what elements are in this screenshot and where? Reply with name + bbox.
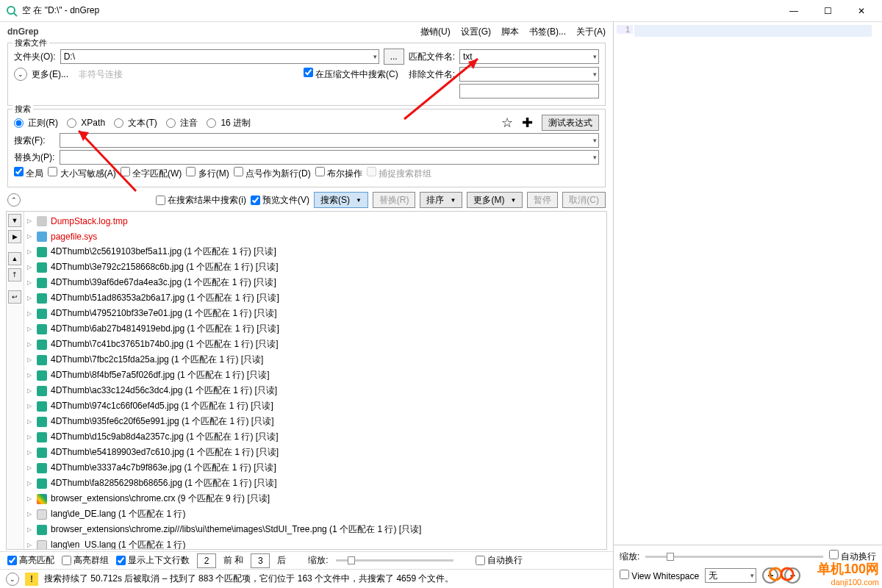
search-in-zip-checkbox[interactable]: 在压缩文件中搜索(C) bbox=[304, 68, 398, 81]
result-row[interactable]: ▷4DThumb\6ab27b4814919ebd.jpg (1 个匹配在 1 … bbox=[27, 321, 603, 337]
status-expand[interactable]: ⌄ bbox=[6, 573, 19, 586]
result-row[interactable]: ▷4DThumb\ac33c124d56c3dc4.jpg (1 个匹配在 1 … bbox=[27, 383, 603, 398]
expand-icon[interactable]: ▷ bbox=[27, 372, 33, 379]
cb-multiline[interactable]: 多行(M) bbox=[186, 167, 229, 180]
result-row[interactable]: ▷DumpStack.log.tmp bbox=[27, 213, 603, 229]
cb-preview-file[interactable]: 预览文件(V) bbox=[251, 194, 309, 207]
result-row[interactable]: ▷4DThumb\935fe6c20f65e991.jpg (1 个匹配在 1 … bbox=[27, 414, 603, 429]
zoom-slider-left[interactable] bbox=[336, 559, 453, 562]
browse-button[interactable]: ... bbox=[384, 49, 404, 65]
menu-bookmarks[interactable]: 书签(B)... bbox=[529, 26, 566, 38]
expand-icon[interactable]: ▷ bbox=[27, 264, 33, 270]
cb-search-in-results[interactable]: 在搜索结果中搜索(i) bbox=[156, 194, 246, 207]
expand-icon[interactable]: ▷ bbox=[27, 387, 33, 394]
radio-regex[interactable]: 正则(R) bbox=[14, 117, 58, 129]
extra-filter-input[interactable] bbox=[459, 84, 599, 98]
expand-icon[interactable]: ▷ bbox=[27, 449, 33, 456]
more-label[interactable]: 更多(E)... bbox=[32, 68, 68, 81]
match-files-combo[interactable]: txt▾ bbox=[459, 49, 599, 64]
maximize-button[interactable]: ☐ bbox=[817, 6, 838, 16]
result-row[interactable]: ▷4DThumb\51ad86353a2b6a17.jpg (1 个匹配在 1 … bbox=[27, 290, 603, 306]
expand-icon[interactable]: ▷ bbox=[27, 495, 33, 502]
replace-button[interactable]: 替换(R) bbox=[373, 192, 416, 208]
expand-icon[interactable]: ▷ bbox=[27, 526, 33, 533]
result-row[interactable]: ▷4DThumb\39af6de67da4ea3c.jpg (1 个匹配在 1 … bbox=[27, 275, 603, 290]
expand-icon[interactable]: ▷ bbox=[27, 248, 33, 255]
expand-icon[interactable]: ▷ bbox=[27, 356, 33, 363]
cancel-button[interactable]: 取消(C) bbox=[562, 192, 606, 208]
syntax-combo[interactable]: 无▾ bbox=[705, 568, 756, 583]
expand-icon[interactable]: ▷ bbox=[27, 480, 33, 487]
radio-hex[interactable]: 16 进制 bbox=[207, 117, 251, 129]
expand-icon[interactable]: ▷ bbox=[27, 403, 33, 409]
test-expression-button[interactable]: 测试表达式 bbox=[542, 115, 599, 131]
radio-xpath[interactable]: XPath bbox=[67, 118, 105, 128]
result-row[interactable]: ▷4DThumb\e54189903ed7c610.jpg (1 个匹配在 1 … bbox=[27, 445, 603, 460]
expand-icon[interactable]: ▷ bbox=[27, 418, 33, 425]
tool-right[interactable]: ▶ bbox=[8, 230, 21, 243]
result-row[interactable]: ▷4DThumb\3e792c2158668c6b.jpg (1 个匹配在 1 … bbox=[27, 259, 603, 275]
expand-icon[interactable]: ▷ bbox=[27, 511, 33, 517]
expand-icon[interactable]: ▷ bbox=[27, 279, 33, 286]
result-row[interactable]: ▷browser_extensions\chrome.zip///libs\ui… bbox=[27, 522, 603, 537]
cb-whole[interactable]: 全字匹配(W) bbox=[121, 167, 182, 180]
pause-button[interactable]: 暂停 bbox=[527, 192, 558, 208]
folder-combo[interactable]: D:\▾ bbox=[60, 49, 379, 64]
result-row[interactable]: ▷4DThumb\e3337a4c7b9f863e.jpg (1 个匹配在 1 … bbox=[27, 460, 603, 476]
radio-phonetic[interactable]: 注音 bbox=[166, 117, 198, 129]
result-row[interactable]: ▷4DThumb\7fbc2c15fda25a.jpg (1 个匹配在 1 行)… bbox=[27, 352, 603, 368]
expand-icon[interactable]: ▷ bbox=[27, 326, 33, 332]
results-list[interactable]: ▷DumpStack.log.tmp ▷pagefile.sys ▷4DThum… bbox=[24, 212, 606, 549]
menu-settings[interactable]: 设置(G) bbox=[461, 26, 491, 38]
result-row[interactable]: ▷browser_extensions\chrome.crx (9 个匹配在 9… bbox=[27, 491, 603, 506]
expand-icon[interactable]: ▷ bbox=[27, 310, 33, 317]
zoom-slider-right[interactable] bbox=[645, 556, 822, 558]
expand-icon[interactable]: ▷ bbox=[27, 295, 33, 301]
expand-icon[interactable]: ▷ bbox=[27, 465, 33, 471]
tool-down[interactable]: ▼ bbox=[8, 214, 21, 227]
result-row[interactable]: ▷4DThumb\d15c9ab8d4a2357c.jpg (1 个匹配在 1 … bbox=[27, 429, 603, 445]
cb-dotnewline[interactable]: 点号作为新行(D) bbox=[234, 167, 311, 180]
cb-view-whitespace[interactable]: View Whitespace bbox=[620, 570, 699, 581]
more-button[interactable]: 更多(M) bbox=[467, 192, 523, 208]
menu-undo[interactable]: 撤销(U) bbox=[420, 26, 451, 38]
expand-icon[interactable]: ▷ bbox=[27, 218, 33, 224]
search-field[interactable]: ▾ bbox=[60, 133, 599, 148]
expand-icon[interactable]: ▷ bbox=[27, 542, 33, 548]
expand-icon[interactable]: ▷ bbox=[27, 341, 33, 348]
tool-wrap[interactable]: ↩ bbox=[8, 290, 21, 304]
result-row[interactable]: ▷pagefile.sys bbox=[27, 229, 603, 244]
result-row[interactable]: ▷lang\en_US.lang (1 个匹配在 1 行) bbox=[27, 537, 603, 549]
context-after-input[interactable] bbox=[251, 553, 270, 568]
cb-show-context[interactable]: 显示上下文行数 bbox=[116, 554, 190, 567]
sort-button[interactable]: 排序 bbox=[420, 192, 462, 208]
cb-highlight[interactable]: 高亮匹配 bbox=[7, 554, 54, 567]
result-row[interactable]: ▷4DThumb\2c5619103bef5a11.jpg (1 个匹配在 1 … bbox=[27, 244, 603, 259]
favorite-icon[interactable]: ☆ bbox=[501, 115, 513, 131]
collapse-button[interactable]: ⌃ bbox=[7, 193, 21, 207]
tool-up[interactable]: ▲ bbox=[8, 252, 21, 265]
result-row[interactable]: ▷4DThumb\974c1c66f06ef4d5.jpg (1 个匹配在 1 … bbox=[27, 398, 603, 414]
result-row[interactable]: ▷4DThumb\7c41bc37651b74b0.jpg (1 个匹配在 1 … bbox=[27, 337, 603, 352]
result-row[interactable]: ▷4DThumb\4795210bf33e7e01.jpg (1 个匹配在 1 … bbox=[27, 306, 603, 321]
search-button[interactable]: 搜索(S) bbox=[314, 192, 368, 208]
cb-highlight-group[interactable]: 高亮群组 bbox=[62, 554, 109, 567]
expand-icon[interactable]: ▷ bbox=[27, 233, 33, 240]
result-row[interactable]: ▷4DThumb\8f4bf5e7a5f026df.jpg (1 个匹配在 1 … bbox=[27, 368, 603, 383]
cb-boolean[interactable]: 布尔操作 bbox=[315, 167, 362, 180]
result-row[interactable]: ▷4DThumb\fa82856298b68656.jpg (1 个匹配在 1 … bbox=[27, 476, 603, 491]
menu-about[interactable]: 关于(A) bbox=[576, 26, 606, 38]
close-button[interactable]: ✕ bbox=[851, 6, 872, 16]
add-icon[interactable]: ✚ bbox=[522, 115, 533, 131]
radio-text[interactable]: 文本(T) bbox=[114, 117, 157, 129]
cb-autowrap-left[interactable]: 自动换行 bbox=[476, 554, 523, 567]
tool-top[interactable]: ⤒ bbox=[8, 268, 21, 282]
cb-global[interactable]: 全局 bbox=[14, 167, 43, 180]
expand-more-button[interactable]: ⌄ bbox=[14, 68, 27, 81]
preview-body[interactable]: 1 bbox=[614, 22, 882, 545]
replace-field[interactable]: ▾ bbox=[60, 150, 599, 165]
result-row[interactable]: ▷lang\de_DE.lang (1 个匹配在 1 行) bbox=[27, 506, 603, 522]
cb-case[interactable]: 大小写敏感(A) bbox=[48, 167, 115, 180]
context-before-input[interactable] bbox=[197, 553, 216, 568]
exclude-files-combo[interactable]: ▾ bbox=[459, 67, 599, 82]
